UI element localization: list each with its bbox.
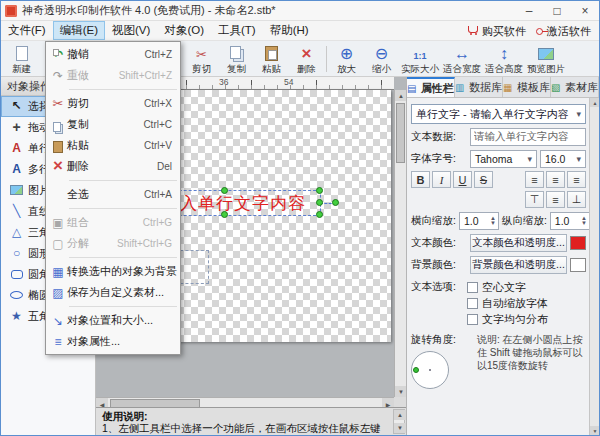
edit-menu-item[interactable]: 对象属性... — [46, 331, 180, 352]
resize-handle[interactable] — [316, 187, 323, 194]
ruler-number: 54 — [284, 77, 293, 87]
stepper-arrows-icon[interactable]: ▲▼ — [490, 216, 496, 226]
ungroup-icon — [49, 235, 67, 253]
menubar-item[interactable]: 视图(V) — [105, 21, 157, 40]
rotation-dial-dot[interactable] — [413, 367, 419, 373]
edit-menu-item[interactable]: 重做 Shift+Ctrl+Z — [46, 65, 180, 86]
font-family-select[interactable]: Tahoma ▾ — [470, 150, 537, 168]
menubar-item[interactable]: 工具(T) — [211, 21, 263, 40]
underline-button[interactable]: U — [453, 171, 472, 188]
line-icon — [9, 203, 24, 220]
toolbar-button[interactable]: 粘贴 — [254, 42, 289, 76]
select-icon — [9, 98, 24, 115]
scroll-up-arrow[interactable]: ▲ — [394, 410, 406, 420]
edit-menu-item[interactable]: 复制 Ctrl+C — [46, 114, 180, 135]
close-button[interactable]: × — [571, 1, 599, 20]
text-option-row[interactable]: 文字均匀分布 — [467, 311, 586, 327]
toolbar-button[interactable]: 适合高度 — [483, 42, 525, 76]
save-mat-icon — [49, 284, 67, 302]
edit-menu-item[interactable]: 转换选中的对象为背景 — [46, 261, 180, 282]
rotation-handle[interactable] — [332, 199, 339, 206]
toolbar-button[interactable] — [326, 46, 327, 72]
rotation-dial[interactable] — [411, 351, 449, 389]
toolbar-button[interactable]: 复制 — [219, 42, 254, 76]
resize-handle[interactable] — [316, 211, 323, 218]
resize-handle[interactable] — [221, 211, 228, 218]
edit-menu-item[interactable]: 剪切 Ctrl+X — [46, 93, 180, 114]
toolbar-button[interactable]: 删除 — [289, 42, 324, 76]
menubar-item[interactable]: 帮助(H) — [263, 21, 316, 40]
edit-menu-item[interactable]: 组合 Ctrl+G — [46, 212, 180, 233]
toolbar-button[interactable]: 新建 — [4, 42, 39, 76]
paste-icon — [262, 44, 282, 63]
edit-menu-item[interactable] — [69, 89, 177, 90]
minimize-button[interactable]: – — [515, 1, 543, 20]
align-right-button[interactable]: ≡ — [567, 171, 586, 188]
toolbar-button[interactable]: 放大 — [329, 42, 364, 76]
panel-tab[interactable]: 数据库 — [455, 77, 503, 97]
scroll-down-arrow[interactable]: ▼ — [590, 426, 600, 435]
align-left-button[interactable]: ≡ — [525, 171, 544, 188]
canvas-vertical-scrollbar[interactable]: ▲ ▼ — [394, 90, 406, 397]
resize-handle[interactable] — [316, 199, 323, 206]
text-data-input[interactable] — [470, 128, 586, 146]
bg-color-swatch[interactable] — [570, 258, 586, 272]
align-bottom-button[interactable]: ⊥ — [567, 191, 586, 208]
align-center-button[interactable]: ≡ — [546, 171, 565, 188]
strikethrough-button[interactable]: S — [474, 171, 493, 188]
checkbox[interactable] — [467, 282, 478, 293]
activate-software-button[interactable]: 激活软件 — [536, 24, 591, 39]
maximize-button[interactable]: □ — [543, 1, 571, 20]
italic-button[interactable]: I — [432, 171, 451, 188]
object-type-selector[interactable]: 单行文字 - 请输入单行文字内容 ▾ — [411, 104, 586, 124]
stepper-arrows-icon[interactable]: ▲▼ — [581, 216, 587, 226]
toolbar-button[interactable]: 适合宽度 — [441, 42, 483, 76]
panel-tab[interactable]: 属性栏 — [407, 77, 455, 97]
vscale-stepper[interactable]: 1.0 ▲▼ — [550, 212, 590, 230]
menubar-item[interactable]: 文件(F) — [1, 21, 53, 40]
hscale-stepper[interactable]: 1.0 ▲▼ — [459, 212, 499, 230]
paste-icon — [49, 138, 67, 153]
single-text-icon — [9, 140, 24, 157]
text-option-row[interactable]: 自动缩放字体 — [467, 295, 586, 311]
scroll-up-arrow[interactable]: ▲ — [590, 98, 600, 107]
edit-menu-item[interactable] — [69, 208, 177, 209]
bold-button[interactable]: B — [411, 171, 430, 188]
bg-color-button[interactable]: 背景颜色和透明度... — [470, 256, 567, 274]
toolbar-button[interactable]: 预览图片 — [525, 42, 567, 76]
collapse-panel-button[interactable]: « — [575, 77, 589, 98]
scroll-up-arrow[interactable]: ▲ — [395, 90, 406, 101]
text-color-swatch[interactable] — [570, 236, 586, 250]
align-top-button[interactable]: ⊤ — [525, 191, 544, 208]
edit-menu-item[interactable] — [69, 306, 177, 307]
toolbar-button[interactable]: 缩小 — [364, 42, 399, 76]
toolbar-button[interactable]: 剪切 — [184, 42, 219, 76]
actual-size-icon — [410, 44, 430, 63]
panel-tab[interactable]: 模板库 — [503, 77, 551, 97]
text-color-button[interactable]: 文本颜色和透明度... — [470, 234, 567, 252]
help-scrollbar[interactable]: ▲ ▼ — [393, 409, 405, 434]
resize-handle[interactable] — [221, 187, 228, 194]
edit-menu-item[interactable] — [69, 180, 177, 181]
edit-menu-item[interactable]: 删除 Del — [46, 156, 180, 177]
panel-scrollbar[interactable]: ▲ ▼ — [589, 98, 599, 435]
font-size-select[interactable]: 16.0 ▾ — [540, 150, 586, 168]
toolbar-button[interactable]: 实际大小 — [399, 42, 441, 76]
edit-menu-item[interactable]: 全选 Ctrl+A — [46, 184, 180, 205]
buy-software-button[interactable]: 购买软件 — [468, 24, 526, 39]
menubar-item[interactable]: 对象(O) — [157, 21, 211, 40]
checkbox[interactable] — [467, 314, 478, 325]
edit-menu-item[interactable]: 粘贴 Ctrl+V — [46, 135, 180, 156]
scroll-down-arrow[interactable]: ▼ — [394, 423, 406, 433]
edit-menu-item[interactable]: 分解 Shift+Ctrl+G — [46, 233, 180, 254]
text-option-row[interactable]: 空心文字 — [467, 279, 586, 295]
edit-menu-item[interactable] — [69, 257, 177, 258]
edit-menu-item[interactable]: 保存为自定义素材... — [46, 282, 180, 303]
scroll-down-arrow[interactable]: ▼ — [395, 386, 406, 397]
align-middle-button[interactable]: ≡ — [546, 191, 565, 208]
edit-menu-item[interactable]: 对象位置和大小... — [46, 310, 180, 331]
edit-menu-item[interactable]: 撤销 Ctrl+Z — [46, 44, 180, 65]
checkbox[interactable] — [467, 298, 478, 309]
menubar-item[interactable]: 编辑(E) — [53, 21, 105, 40]
scroll-thumb[interactable] — [396, 103, 405, 163]
